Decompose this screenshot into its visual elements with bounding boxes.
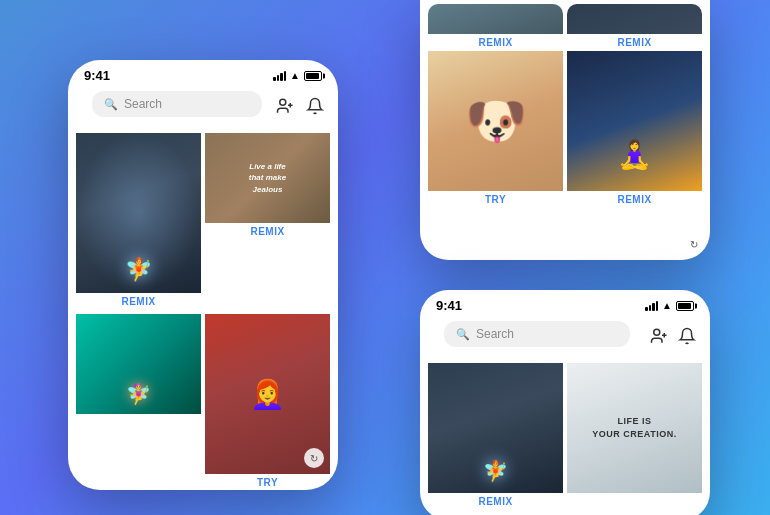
grid-cell-dog[interactable]: 🐶 ↻ TRY bbox=[428, 51, 563, 208]
status-bar-left: 9:41 ▲ bbox=[68, 60, 338, 87]
search-bar-right-bottom[interactable]: 🔍 Search bbox=[444, 321, 630, 347]
partial-cell-2[interactable]: REMIX bbox=[567, 4, 702, 51]
refresh-badge-4[interactable]: ↻ bbox=[304, 448, 324, 468]
angel-figure-bottom: 🧚 bbox=[483, 459, 508, 483]
status-time-right-bottom: 9:41 bbox=[436, 298, 462, 313]
phone-left: 9:41 ▲ 🔍 Search bbox=[68, 60, 338, 490]
grid-cell-4-left[interactable]: 👩‍🦰 ↻ TRY bbox=[205, 314, 330, 490]
silhouette-figure: 🧘‍♀️ bbox=[617, 138, 652, 171]
inspirational-img: Live a lifethat makeJealous bbox=[205, 133, 330, 223]
status-icons-left: ▲ bbox=[273, 70, 322, 81]
label-try-dog: TRY bbox=[428, 191, 563, 208]
add-user-icon-left[interactable] bbox=[274, 95, 296, 117]
search-row-right-bottom: 🔍 Search bbox=[420, 317, 710, 355]
angel-wings-img: 🧚 bbox=[76, 133, 201, 293]
bell-icon-left[interactable] bbox=[304, 95, 326, 117]
angel-person-1: 🧚 bbox=[125, 257, 152, 283]
grid-cell-2-left[interactable]: Live a lifethat makeJealous REMIX bbox=[205, 133, 330, 310]
photo-grid-right-bottom: 🧚 REMIX LIFE ISYOUR CREATION. bbox=[420, 363, 710, 510]
grid-cell-silhouette[interactable]: 🧘‍♀️ REMIX bbox=[567, 51, 702, 208]
status-bar-right-bottom: 9:41 ▲ bbox=[420, 290, 710, 317]
girl-wings-img: 🧚‍♀️ bbox=[76, 314, 201, 414]
angel-wings-bottom-img: 🧚 bbox=[428, 363, 563, 493]
portrait-figure: 👩‍🦰 bbox=[250, 378, 285, 411]
partial-img-1 bbox=[428, 4, 563, 34]
phone-right-top: REMIX REMIX 🐶 ↻ TRY 🧘‍♀️ REMIX bbox=[420, 0, 710, 260]
partial-img-2 bbox=[567, 4, 702, 34]
phone-right-bottom: 9:41 ▲ 🔍 Search bbox=[420, 290, 710, 515]
battery-icon-left bbox=[304, 71, 322, 81]
life-creation-img: LIFE ISYOUR CREATION. bbox=[567, 363, 702, 493]
status-icons-right-bottom: ▲ bbox=[645, 300, 694, 311]
bell-icon-right-bottom[interactable] bbox=[676, 325, 698, 347]
partial-grid-top: REMIX REMIX bbox=[420, 0, 710, 51]
portrait-img: 👩‍🦰 ↻ bbox=[205, 314, 330, 474]
status-time-left: 9:41 bbox=[84, 68, 110, 83]
signal-bars-right-bottom bbox=[645, 301, 658, 311]
svg-point-3 bbox=[654, 329, 660, 335]
search-icon-left: 🔍 bbox=[104, 98, 118, 111]
grid-cell-life-creation[interactable]: LIFE ISYOUR CREATION. bbox=[567, 363, 702, 510]
grid-cell-angel-bottom[interactable]: 🧚 REMIX bbox=[428, 363, 563, 510]
add-user-icon-right-bottom[interactable] bbox=[648, 325, 670, 347]
partial-cell-1[interactable]: REMIX bbox=[428, 4, 563, 51]
battery-icon-right-bottom bbox=[676, 301, 694, 311]
label-remix-1: REMIX bbox=[76, 293, 201, 310]
wifi-icon-right-bottom: ▲ bbox=[662, 300, 672, 311]
dog-emoji: 🐶 bbox=[465, 92, 527, 150]
search-row-left: 🔍 Search bbox=[68, 87, 338, 125]
label-remix-silhouette: REMIX bbox=[567, 191, 702, 208]
wifi-icon-left: ▲ bbox=[290, 70, 300, 81]
life-creation-text: LIFE ISYOUR CREATION. bbox=[592, 415, 676, 440]
partial-label-2: REMIX bbox=[567, 34, 702, 51]
photo-grid-left: 🧚 REMIX Live a lifethat makeJealous REMI… bbox=[68, 133, 338, 490]
grid-cell-1-left[interactable]: 🧚 REMIX bbox=[76, 133, 201, 310]
inspirational-text: Live a lifethat makeJealous bbox=[249, 161, 286, 195]
search-bar-left[interactable]: 🔍 Search bbox=[92, 91, 262, 117]
silhouette-img: 🧘‍♀️ bbox=[567, 51, 702, 191]
search-placeholder-right-bottom: Search bbox=[476, 327, 618, 341]
wing-figure-3: 🧚‍♀️ bbox=[126, 382, 151, 406]
svg-point-0 bbox=[280, 99, 286, 105]
grid-cell-3-left[interactable]: 🧚‍♀️ bbox=[76, 314, 201, 490]
search-placeholder-left: Search bbox=[124, 97, 250, 111]
wing-figure-1: 🧚 bbox=[125, 257, 152, 283]
refresh-badge-dog[interactable]: ↻ bbox=[684, 234, 704, 254]
dog-img: 🐶 ↻ bbox=[428, 51, 563, 191]
main-grid-right-top: 🐶 ↻ TRY 🧘‍♀️ REMIX bbox=[420, 51, 710, 216]
phone-actions-left bbox=[274, 95, 326, 117]
label-try-1: TRY bbox=[205, 474, 330, 490]
phone-actions-right-bottom bbox=[648, 325, 698, 347]
partial-label-1: REMIX bbox=[428, 34, 563, 51]
label-remix-2: REMIX bbox=[205, 223, 330, 240]
signal-bars-left bbox=[273, 71, 286, 81]
label-remix-angel-bottom: REMIX bbox=[428, 493, 563, 510]
search-icon-right-bottom: 🔍 bbox=[456, 328, 470, 341]
